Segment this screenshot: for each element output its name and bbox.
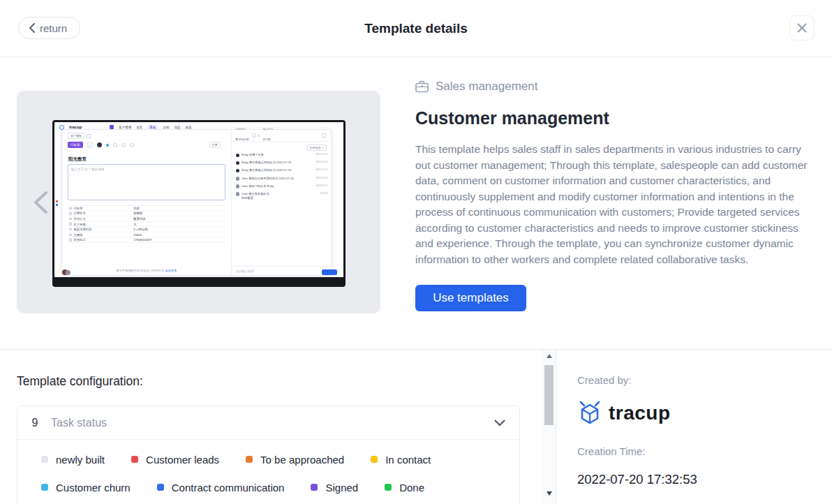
mini-tool-icon	[113, 143, 117, 147]
vertical-scrollbar[interactable]	[542, 350, 556, 504]
return-label: return	[40, 22, 67, 34]
mini-filter-button: 全部动态 ∨	[307, 144, 327, 151]
status-item: To be approached	[246, 454, 344, 466]
mini-footer-avatar	[66, 270, 70, 275]
mini-fields-table: 活跃度活跃 付费版本旗舰版 所在行业教育培训 客户规模大 最新沟通时间3 小时以…	[68, 205, 225, 243]
mini-editor-placeholder: 输入文字 按 '/' 唤起选项	[71, 168, 104, 171]
status-dot	[385, 484, 392, 491]
task-status-panel: 9 Task status newly built Customer leads…	[17, 406, 520, 504]
scroll-up-button[interactable]	[543, 351, 556, 361]
chevron-down-icon[interactable]	[494, 420, 505, 427]
bottom-section: Template configuration: 9 Task status ne…	[0, 349, 832, 504]
mini-share-button: 分享	[209, 142, 221, 148]
mini-flag-icon	[106, 144, 109, 147]
mini-nav-item: 客户管理	[119, 126, 131, 129]
use-templates-button[interactable]: Use templates	[415, 285, 526, 311]
status-dot	[41, 456, 48, 463]
mini-footer	[57, 267, 341, 277]
mini-modal-right: 创建时间 昨天10:05 3 截止时间 07-26	[232, 130, 331, 275]
scroll-down-button[interactable]	[543, 489, 556, 498]
tracup-logo-text: tracup	[609, 402, 671, 424]
status-dot	[41, 484, 48, 491]
page-title: Template details	[0, 21, 832, 36]
panel-label: Task status	[51, 417, 107, 429]
mini-nav-item: 动态	[174, 126, 180, 129]
mini-clock-icon	[252, 133, 256, 138]
category-row: Sales management	[415, 80, 819, 94]
status-count: 9	[26, 417, 44, 429]
template-screenshot[interactable]: tracup 客户管理 首页 看板 文档 动态 成员 客户模板	[52, 120, 346, 287]
mini-activity-list: Ruby 创建了任务昨天10:05 Ruby 将任务截止时间改为 2022-07…	[236, 153, 327, 203]
mini-nav-item: 首页	[136, 126, 142, 129]
status-dot	[371, 456, 378, 463]
brand-row: tracup	[577, 400, 832, 427]
status-item: Customer leads	[131, 454, 219, 466]
chevron-left-icon	[33, 191, 48, 214]
creation-time-label: Creation Time:	[577, 445, 832, 457]
screenshot-app-window: tracup 客户管理 首页 看板 文档 动态 成员 客户模板	[54, 122, 343, 277]
mini-modal-left: 客户模板 已联系 ✓ 分享	[62, 130, 232, 275]
status-item: Done	[385, 482, 424, 494]
status-item: In contact	[371, 454, 431, 466]
close-button[interactable]	[789, 15, 815, 40]
template-detail: Sales management Customer management Thi…	[415, 80, 819, 311]
template-details-page: return Template details tracup	[0, 0, 832, 504]
chevron-left-icon	[29, 23, 35, 33]
status-row: newly built Customer leads To be approac…	[41, 445, 519, 473]
close-icon	[796, 22, 808, 34]
mini-breadcrumb: 客户模板	[68, 133, 84, 139]
mini-tool-icon	[121, 143, 126, 147]
carousel-prev-button[interactable]	[28, 188, 53, 216]
task-status-list: newly built Customer leads To be approac…	[17, 440, 519, 504]
template-title: Customer management	[415, 108, 819, 128]
mini-task-modal: 客户模板 已联系 ✓ 分享	[61, 129, 332, 276]
status-dot	[311, 484, 318, 491]
template-description: This template helps sales staff in sales…	[415, 142, 819, 267]
status-item: Signed	[311, 482, 358, 494]
template-preview-panel: tracup 客户管理 首页 看板 文档 动态 成员 客户模板	[17, 91, 380, 313]
mini-toolbar: 已联系 ✓ 分享 …	[68, 142, 227, 148]
scrollbar-thumb[interactable]	[544, 365, 554, 425]
status-dot	[131, 456, 138, 463]
creator-panel: Created by: tracup Creation Time: 2022-0…	[556, 350, 832, 504]
created-by-label: Created by:	[577, 374, 832, 386]
mini-check-icon: ✓	[87, 142, 93, 148]
status-dot	[246, 456, 253, 463]
mini-task-title: 阳光教育	[68, 156, 87, 163]
status-dot	[157, 484, 164, 491]
status-item: Customer churn	[41, 482, 131, 494]
mini-editor-input: 输入文字 按 '/' 唤起选项	[68, 164, 225, 200]
creation-time-value: 2022-07-20 17:32:53	[577, 472, 832, 487]
mini-expand-icon	[87, 134, 91, 138]
mini-more-icon: …	[223, 143, 227, 147]
return-button[interactable]: return	[18, 17, 80, 39]
status-item: Contract communication	[157, 482, 285, 494]
briefcase-icon	[415, 80, 429, 93]
mini-nav-item: 成员	[185, 126, 191, 129]
status-row: Customer churn Contract communication Si…	[41, 473, 519, 501]
template-configuration: Template configuration: 9 Task status ne…	[0, 350, 542, 504]
mini-tool-icon	[130, 143, 134, 147]
mini-person-icon	[322, 133, 327, 138]
mini-sidebar-status-dots	[56, 200, 58, 207]
mini-nav-item: 文档	[163, 126, 169, 129]
header: return Template details	[0, 0, 832, 57]
tracup-logo-icon	[577, 400, 602, 427]
mini-footer-button	[322, 269, 337, 275]
mini-status-button: 已联系	[68, 142, 83, 148]
category-label: Sales management	[436, 80, 537, 94]
mini-meta-header: 创建时间 昨天10:05 3 截止时间 07-26	[232, 130, 331, 142]
mini-avatar	[97, 142, 102, 147]
task-status-panel-header[interactable]: 9 Task status	[17, 406, 519, 440]
status-item: newly built	[41, 454, 105, 466]
configuration-heading: Template configuration:	[17, 374, 143, 389]
